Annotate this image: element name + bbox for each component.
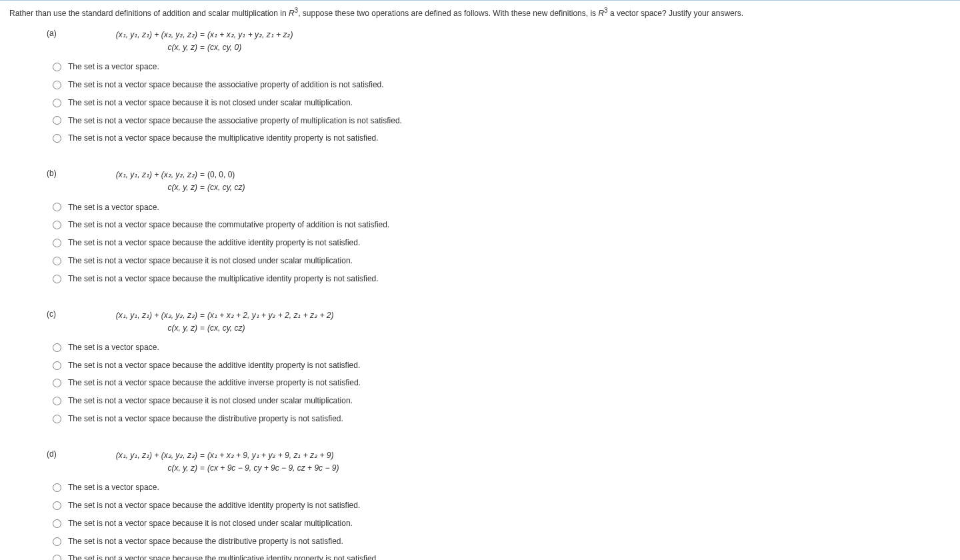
part-a-equations: (x₁, y₁, z₁) + (x₂, y₂, z₂) = (x₁ + x₂, … [71,29,293,54]
part-b-add-lhs: (x₁, y₁, z₁) + (x₂, y₂, z₂) [71,169,200,181]
part-c-option-4: The set is not a vector space because th… [67,413,343,425]
part-d-label: (d) [47,449,71,459]
part-a-label: (a) [47,29,71,38]
option-row: The set is not a vector space because th… [47,112,951,130]
part-b-label: (b) [47,169,71,178]
part-b-option-4: The set is not a vector space because th… [67,273,379,285]
part-b-option-2: The set is not a vector space because th… [67,237,360,249]
intro-text-3: a vector space? Justify your answers. [608,9,743,18]
option-row: The set is not a vector space because th… [47,129,951,147]
option-row: The set is a vector space. [47,199,951,217]
part-c-scl-rhs: (cx, cy, cz) [205,322,245,335]
option-row: The set is not a vector space because th… [47,76,951,94]
intro-text-1: Rather than use the standard definitions… [9,9,289,18]
option-row: The set is not a vector space because th… [47,234,951,252]
part-b-options: The set is a vector space. The set is no… [47,199,951,288]
part-d-options: The set is a vector space. The set is no… [47,479,951,560]
part-c-add-lhs: (x₁, y₁, z₁) + (x₂, y₂, z₂) [71,309,200,322]
part-c-radio-4[interactable] [53,415,61,423]
intro-R-1: R [289,9,295,18]
part-d-option-0: The set is a vector space. [67,482,159,493]
part-d-option-1: The set is not a vector space because th… [67,500,360,511]
part-a-radio-3[interactable] [53,116,61,125]
option-row: The set is not a vector space because th… [47,216,951,234]
part-a-scl-rhs: (cx, cy, 0) [205,41,241,54]
part-c-option-0: The set is a vector space. [67,342,159,353]
option-row: The set is not a vector space because th… [47,374,951,392]
part-a: (a) (x₁, y₁, z₁) + (x₂, y₂, z₂) = (x₁ + … [47,29,951,147]
part-a-options: The set is a vector space. The set is no… [47,58,951,147]
part-b-scl-lhs: c(x, y, z) [71,181,200,194]
part-b-radio-2[interactable] [53,239,61,247]
part-c-add-rhs: (x₁ + x₂ + 2, y₁ + y₂ + 2, z₁ + z₂ + 2) [205,309,333,322]
part-d-radio-2[interactable] [53,519,61,528]
part-a-radio-4[interactable] [53,134,61,143]
part-c-scl-lhs: c(x, y, z) [71,322,200,335]
part-d-radio-4[interactable] [53,555,61,560]
part-c: (c) (x₁, y₁, z₁) + (x₂, y₂, z₂) = (x₁ + … [47,309,951,428]
part-c-option-1: The set is not a vector space because th… [67,360,360,371]
part-d-radio-3[interactable] [53,537,61,546]
part-c-radio-3[interactable] [53,397,61,405]
part-a-option-1: The set is not a vector space because th… [67,79,384,91]
part-d-radio-0[interactable] [53,483,61,492]
question-intro: Rather than use the standard definitions… [9,6,951,19]
option-row: The set is not a vector space because it… [47,392,951,410]
part-b-radio-0[interactable] [53,203,61,211]
part-a-option-3: The set is not a vector space because th… [67,115,402,127]
part-d: (d) (x₁, y₁, z₁) + (x₂, y₂, z₂) = (x₁ + … [47,449,951,560]
part-d-scl-lhs: c(x, y, z) [71,462,200,475]
part-c-equations: (x₁, y₁, z₁) + (x₂, y₂, z₂) = (x₁ + x₂ +… [71,309,333,335]
part-b-radio-1[interactable] [53,221,61,229]
part-a-add-rhs: (x₁ + x₂, y₁ + y₂, z₁ + z₂) [205,29,293,41]
part-b-option-0: The set is a vector space. [67,202,159,213]
part-b-option-1: The set is not a vector space because th… [67,219,389,231]
part-a-option-0: The set is a vector space. [67,61,159,73]
part-a-add-lhs: (x₁, y₁, z₁) + (x₂, y₂, z₂) [71,29,200,41]
part-b: (b) (x₁, y₁, z₁) + (x₂, y₂, z₂) = (0, 0,… [47,169,951,287]
option-row: The set is not a vector space because th… [47,357,951,375]
part-d-option-4: The set is not a vector space because th… [67,553,379,560]
intro-R-2: R [598,9,604,18]
part-a-radio-1[interactable] [53,81,61,89]
part-d-equations: (x₁, y₁, z₁) + (x₂, y₂, z₂) = (x₁ + x₂ +… [71,449,339,475]
option-row: The set is a vector space. [47,479,951,497]
part-a-scl-lhs: c(x, y, z) [71,41,200,54]
part-a-option-4: The set is not a vector space because th… [67,133,379,144]
part-c-radio-0[interactable] [53,343,61,352]
option-row: The set is a vector space. [47,339,951,357]
option-row: The set is not a vector space because th… [47,533,951,551]
option-row: The set is a vector space. [47,58,951,76]
part-b-equations: (x₁, y₁, z₁) + (x₂, y₂, z₂) = (0, 0, 0) … [71,169,245,194]
option-row: The set is not a vector space because th… [47,270,951,288]
part-d-add-rhs: (x₁ + x₂ + 9, y₁ + y₂ + 9, z₁ + z₂ + 9) [205,449,333,462]
option-row: The set is not a vector space because it… [47,515,951,533]
part-d-radio-1[interactable] [53,501,61,510]
part-c-label: (c) [47,309,71,319]
part-b-option-3: The set is not a vector space because it… [67,255,353,267]
intro-text-2: , suppose these two operations are defin… [298,9,598,18]
part-c-radio-1[interactable] [53,361,61,370]
part-d-option-2: The set is not a vector space because it… [67,518,353,529]
part-c-options: The set is a vector space. The set is no… [47,339,951,428]
option-row: The set is not a vector space because it… [47,252,951,270]
option-row: The set is not a vector space because th… [47,497,951,515]
part-a-option-2: The set is not a vector space because it… [67,97,353,109]
part-d-add-lhs: (x₁, y₁, z₁) + (x₂, y₂, z₂) [71,449,200,462]
part-b-radio-4[interactable] [53,275,61,283]
part-c-option-2: The set is not a vector space because th… [67,377,361,389]
part-d-scl-rhs: (cx + 9c − 9, cy + 9c − 9, cz + 9c − 9) [205,462,339,475]
part-c-radio-2[interactable] [53,379,61,387]
part-b-scl-rhs: (cx, cy, cz) [205,181,245,194]
part-b-add-rhs: (0, 0, 0) [205,169,235,181]
part-d-option-3: The set is not a vector space because th… [67,536,343,547]
part-c-option-3: The set is not a vector space because it… [67,395,353,407]
part-a-radio-2[interactable] [53,99,61,107]
option-row: The set is not a vector space because it… [47,94,951,112]
option-row: The set is not a vector space because th… [47,550,951,560]
part-a-radio-0[interactable] [53,63,61,71]
option-row: The set is not a vector space because th… [47,410,951,428]
part-b-radio-3[interactable] [53,257,61,265]
